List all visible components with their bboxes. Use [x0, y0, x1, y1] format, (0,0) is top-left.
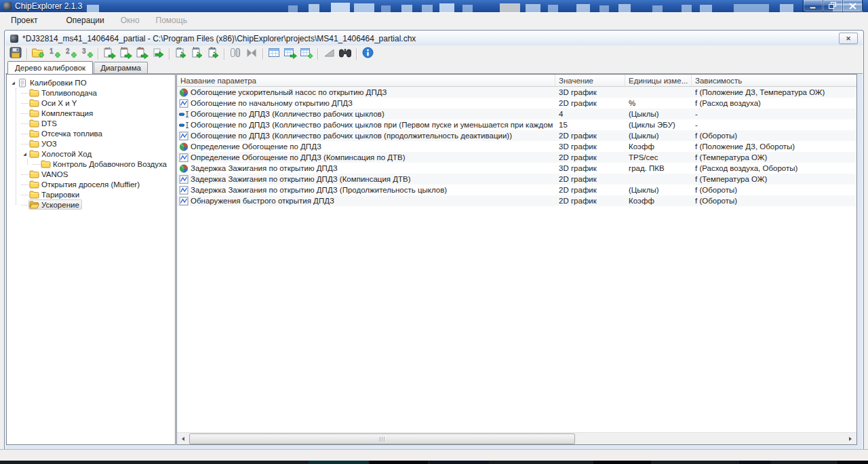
table-add-button[interactable]: [299, 47, 315, 61]
param-dependency: f (Положение ДЗ, Обороты): [692, 142, 856, 151]
param-name: Определение Обогощение по ДПДЗ (Компинса…: [191, 153, 406, 161]
merge-button[interactable]: [244, 47, 260, 61]
status-strip: [0, 449, 868, 461]
add-slot-2-button[interactable]: 2: [63, 47, 79, 61]
info-button[interactable]: [360, 47, 376, 61]
tree-item-label: Холостой Ход: [41, 150, 92, 158]
import-cs-button[interactable]: cs: [173, 47, 189, 61]
param-units: град. ПКВ: [625, 164, 692, 172]
param-name: Обнаружения быстрого открытия ДПДЗ: [191, 197, 334, 205]
tree-item[interactable]: ◢Холостой Ход: [7, 149, 175, 159]
col-header-units[interactable]: Единицы изме...: [625, 75, 692, 86]
table-row[interactable]: Определение Обогощение по ДПДЗ3D графикК…: [177, 141, 856, 152]
grip-icon: [382, 437, 382, 442]
table-row[interactable]: Задержка Зажигания по открытию ДПДЗ3D гр…: [177, 163, 856, 174]
tree-item[interactable]: VANOS: [7, 169, 175, 179]
taskbar: [0, 461, 868, 464]
table-row[interactable]: Обогощение по начальному открытию ДПДЗ2D…: [177, 98, 856, 109]
add-slot-3-button[interactable]: 3: [79, 47, 95, 61]
tree-item-label: Открытия дроселя (Muffier): [41, 180, 140, 189]
svg-text:3: 3: [82, 47, 86, 55]
folder-icon: [29, 190, 41, 199]
table-row[interactable]: Определение Обогощение по ДПДЗ (Компинса…: [177, 152, 856, 163]
tree-item[interactable]: Комплектация: [7, 108, 175, 118]
tree: ◢Калибровки ПОТопливоподачаОси X и YКомп…: [7, 77, 175, 210]
restore-button[interactable]: [823, 0, 843, 12]
tree-item[interactable]: Тарировки: [7, 189, 175, 199]
tree-item[interactable]: Контроль Добавочного Воздуха: [7, 159, 175, 169]
tree-item[interactable]: ◢Калибровки ПО: [7, 77, 175, 88]
slope-button[interactable]: [321, 47, 337, 61]
menu-item-1[interactable]: Проект: [3, 14, 46, 27]
horizontal-scrollbar[interactable]: [177, 432, 856, 444]
export-run-button[interactable]: [151, 47, 166, 61]
table-row[interactable]: Обогощение по ДПДЗ (Колличество рабочих …: [177, 119, 856, 130]
table-row[interactable]: Обогощение по ДПДЗ (Колличество рабочих …: [177, 130, 856, 141]
table-row[interactable]: Обогощение ускорительный насос по открыт…: [177, 87, 856, 98]
tree-item[interactable]: Отсечка топлива: [7, 128, 175, 138]
param-name: Обогощение по ДПДЗ (Колличество рабочих …: [191, 110, 384, 118]
save-button[interactable]: [8, 47, 24, 61]
param-value: 4: [555, 110, 625, 118]
col-header-value[interactable]: Значение: [555, 75, 625, 86]
calibration-tree-pane: ◢Калибровки ПОТопливоподачаОси X и YКомп…: [6, 74, 176, 445]
tree-item-label: Отсечка топлива: [41, 130, 102, 138]
export-dta-button[interactable]: dta: [134, 47, 150, 61]
folder-plus-icon: [31, 46, 45, 61]
table-row[interactable]: Обнаружения быстрого открытия ДПДЗ2D гра…: [177, 195, 856, 206]
col-header-name[interactable]: Название параметра: [177, 75, 555, 86]
add-folder-button[interactable]: [31, 47, 46, 61]
import-bin-button[interactable]: bin: [189, 47, 205, 61]
search-button[interactable]: [338, 47, 353, 61]
arrow-right-icon: [849, 437, 854, 441]
param-units: (Циклы ЭБУ): [625, 121, 692, 129]
export-bin-button[interactable]: bin: [118, 47, 134, 61]
scroll-right-button[interactable]: [845, 433, 856, 444]
menu-item-2[interactable]: Операции: [58, 14, 113, 27]
tree-item[interactable]: Ускорение: [7, 199, 175, 210]
tab-1[interactable]: Дерево калибровок: [7, 61, 93, 74]
close-button[interactable]: [843, 0, 862, 12]
tree-item[interactable]: Топливоподача: [7, 88, 175, 98]
param-units: Коэфф: [625, 142, 692, 151]
col-header-dependency[interactable]: Зависимость: [692, 75, 856, 86]
screen: ChipExplorer 2.1.3 ПроектОперацииОкноПом…: [0, 0, 868, 464]
tree-item[interactable]: Открытия дроселя (Muffier): [7, 179, 175, 189]
doc-arrow-icon: bin: [119, 46, 132, 61]
table-row[interactable]: Обогощение по ДПДЗ (Колличество рабочих …: [177, 109, 856, 119]
scroll-left-button[interactable]: [177, 433, 189, 444]
document-close-button[interactable]: ✕: [839, 33, 858, 44]
param-dependency: -: [692, 121, 856, 129]
doc-plus-icon: bin: [190, 46, 203, 61]
num-plus-icon: 3: [80, 46, 94, 61]
tree-item-label: Контроль Добавочного Воздуха: [52, 160, 167, 168]
minimize-button[interactable]: [804, 0, 823, 12]
tree-item[interactable]: DTS: [7, 118, 175, 128]
import-dta-button[interactable]: dta: [205, 47, 221, 61]
expander-icon[interactable]: ◢: [9, 80, 17, 85]
table-window-button[interactable]: [267, 47, 282, 61]
chart2d-icon: [179, 175, 191, 184]
binoculars-icon: [338, 47, 352, 60]
tree-item[interactable]: Оси X и Y: [7, 98, 175, 108]
titlebar: ChipExplorer 2.1.3: [0, 0, 868, 12]
scrollbar-thumb[interactable]: [189, 433, 575, 444]
table-export-button[interactable]: [283, 47, 298, 61]
table-body: Обогощение ускорительный насос по открыт…: [177, 87, 856, 206]
table-row[interactable]: Задержка Зажигания по открытию ДПДЗ (Про…: [177, 185, 856, 195]
table-row[interactable]: Задержка Зажигания по открытию ДПДЗ (Ком…: [177, 174, 856, 185]
folder-icon: [29, 149, 41, 158]
param-name: Определение Обогощение по ДПДЗ: [191, 142, 321, 151]
slope-icon: [323, 47, 335, 60]
expander-icon[interactable]: ◢: [21, 151, 28, 156]
compare-button[interactable]: [228, 47, 243, 61]
tree-item[interactable]: УОЗ: [7, 138, 175, 149]
param-units: TPS/сес: [625, 153, 692, 161]
param-value: 3D график: [555, 88, 625, 96]
svg-text:2: 2: [66, 47, 70, 55]
toolbar-separator: [224, 48, 224, 60]
add-slot-1-button[interactable]: 1: [47, 47, 62, 61]
tab-2[interactable]: Диаграмма: [94, 62, 148, 73]
notes-icon: [18, 78, 29, 87]
export-ori-button[interactable]: ori: [102, 47, 117, 61]
